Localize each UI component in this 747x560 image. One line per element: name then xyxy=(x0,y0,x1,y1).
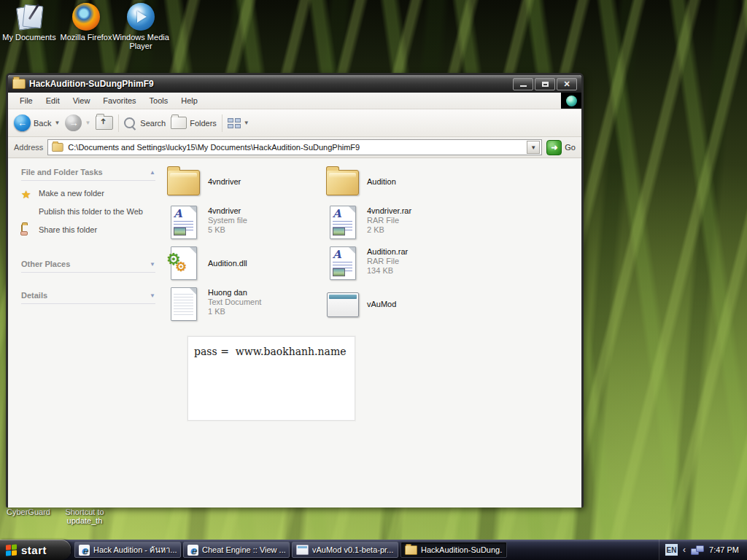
windows-logo-icon xyxy=(6,544,17,556)
file-type: System file xyxy=(208,216,247,225)
forward-button[interactable]: → ▼ xyxy=(65,114,90,131)
task-share-folder[interactable]: Share this folder xyxy=(21,225,144,237)
folder-icon xyxy=(405,545,417,555)
views-button[interactable]: ▼ xyxy=(228,118,249,128)
section-details[interactable]: Details ▼ xyxy=(21,291,155,300)
desktop-icon-cyberguard[interactable]: CyberGuard xyxy=(3,508,54,516)
desktop-icon-shortcut-update[interactable]: Shortcut to update_th xyxy=(55,508,114,525)
system-file-icon: A xyxy=(171,206,197,239)
password-note-box: pass = www.baokhanh.name xyxy=(187,336,355,421)
forward-arrow-icon: → xyxy=(65,114,82,131)
address-path: C:\Documents and Settings\lucky15\My Doc… xyxy=(68,143,523,152)
share-folder-icon xyxy=(21,225,23,235)
file-type: RAR File xyxy=(367,257,408,266)
desktop-icon-my-documents[interactable]: My Documents xyxy=(0,3,58,42)
file-tile-audition-folder[interactable]: Audition xyxy=(325,164,396,199)
menu-tools[interactable]: Tools xyxy=(144,94,174,107)
task-label: Cheat Engine :: View ... xyxy=(202,545,285,554)
address-folder-icon xyxy=(53,143,63,152)
explorer-window: HackAudition-SuDungPhimF9 ✕ File Edit Vi… xyxy=(6,73,584,508)
search-button[interactable]: Search xyxy=(124,117,166,128)
window-titlebar[interactable]: HackAudition-SuDungPhimF9 ✕ xyxy=(8,75,581,93)
windows-media-player-icon xyxy=(127,3,155,31)
back-label: Back xyxy=(34,119,51,128)
address-input[interactable]: C:\Documents and Settings\lucky15\My Doc… xyxy=(47,139,542,155)
separator xyxy=(21,180,155,181)
file-tile-4vndriver-sys[interactable]: A 4vndriver System file 5 KB xyxy=(166,205,247,240)
task-publish-web[interactable]: Publish this folder to the Web xyxy=(21,207,144,219)
folders-button[interactable]: Folders xyxy=(171,117,217,129)
menu-edit[interactable]: Edit xyxy=(40,94,66,107)
separator xyxy=(21,272,155,273)
tray-collapse-icon[interactable]: ‹ xyxy=(683,545,686,554)
file-tile-vaumod[interactable]: vAuMod xyxy=(325,287,396,322)
task-buttons: e Hack Audition - ค้นหา... e Cheat Engin… xyxy=(74,542,507,558)
desktop-icon-label: My Documents xyxy=(0,33,58,42)
taskbar-item-hackaudition-folder[interactable]: HackAudition-SuDung... xyxy=(400,542,507,558)
file-type: RAR File xyxy=(367,216,411,225)
search-icon xyxy=(124,117,135,128)
language-indicator[interactable]: EN xyxy=(665,544,678,556)
taskbar-item-vaumod[interactable]: vAuMod v0.1-beta-pr... xyxy=(292,542,398,558)
desktop-icon-firefox[interactable]: Mozilla Firefox xyxy=(57,3,115,42)
file-tile-audition-dll[interactable]: ⚙ ⚙ Audition.dll xyxy=(166,246,247,281)
new-folder-icon: ★ xyxy=(21,189,33,201)
file-name: 4vndriver xyxy=(208,177,241,187)
section-file-folder-tasks[interactable]: File and Folder Tasks ▲ xyxy=(21,168,155,176)
back-arrow-icon: ← xyxy=(14,114,31,131)
file-tile-4vndriver-rar[interactable]: A 4vndriver.rar RAR File 2 KB xyxy=(325,205,411,240)
file-name: vAuMod xyxy=(367,300,396,309)
views-icon xyxy=(228,118,241,128)
file-size: 1 KB xyxy=(208,307,261,316)
task-label: Share this folder xyxy=(39,225,97,236)
globe-icon xyxy=(566,96,577,106)
file-tile-audition-rar[interactable]: A Audition.rar RAR File 134 KB xyxy=(325,246,408,281)
address-label: Address xyxy=(14,143,43,152)
menu-file[interactable]: File xyxy=(14,94,39,107)
application-icon xyxy=(327,292,359,317)
chevron-up-icon[interactable]: ▲ xyxy=(150,169,155,176)
menu-view[interactable]: View xyxy=(67,94,96,107)
taskbar-item-hack-audition[interactable]: e Hack Audition - ค้นหา... xyxy=(74,542,181,558)
folder-icon xyxy=(167,170,200,195)
address-dropdown-button[interactable]: ▼ xyxy=(527,141,540,154)
file-size: 2 KB xyxy=(367,225,411,235)
file-size: 134 KB xyxy=(367,266,408,276)
chevron-down-icon[interactable]: ▼ xyxy=(150,292,155,299)
file-tile-huong-dan[interactable]: Huong dan Text Document 1 KB xyxy=(166,287,261,322)
file-name: Huong dan xyxy=(208,288,261,298)
toolbar-separator xyxy=(118,114,119,132)
search-label: Search xyxy=(140,119,166,128)
toolbar: ← Back ▼ → ▼ Search Folders ▼ xyxy=(8,109,581,137)
go-button[interactable]: ➜ Go xyxy=(546,140,576,155)
menu-help[interactable]: Help xyxy=(175,94,204,107)
clock[interactable]: 7:47 PM xyxy=(709,545,739,554)
text-document-icon xyxy=(171,287,197,321)
desktop-icon-wmp[interactable]: Windows Media Player xyxy=(112,3,170,50)
go-arrow-icon: ➜ xyxy=(546,140,562,155)
toolbar-separator xyxy=(222,114,222,132)
views-dropdown-icon: ▼ xyxy=(244,120,249,126)
file-tile-4vndriver-folder[interactable]: 4vndriver xyxy=(166,164,241,199)
file-name: 4vndriver.rar xyxy=(367,206,411,216)
file-name: Audition xyxy=(367,177,396,187)
network-icon[interactable] xyxy=(691,545,704,556)
task-make-new-folder[interactable]: ★ Make a new folder xyxy=(21,189,144,201)
taskbar: start e Hack Audition - ค้นหา... e Cheat… xyxy=(0,540,747,560)
back-button[interactable]: ← Back ▼ xyxy=(14,114,60,131)
file-name: Audition.rar xyxy=(367,247,408,257)
up-button[interactable] xyxy=(96,116,113,130)
rar-file-icon: A xyxy=(330,246,356,280)
task-label: HackAudition-SuDung... xyxy=(421,545,503,554)
back-dropdown-icon[interactable]: ▼ xyxy=(54,120,60,126)
maximize-button[interactable] xyxy=(535,78,555,90)
window-title: HackAudition-SuDungPhimF9 xyxy=(29,79,509,89)
close-button[interactable]: ✕ xyxy=(557,78,577,90)
chevron-down-icon[interactable]: ▼ xyxy=(150,261,155,268)
menu-favorites[interactable]: Favorites xyxy=(97,94,142,107)
taskbar-item-cheat-engine[interactable]: e Cheat Engine :: View ... xyxy=(183,542,290,558)
section-other-places[interactable]: Other Places ▼ xyxy=(21,260,155,268)
minimize-button[interactable] xyxy=(513,78,533,90)
minimize-icon xyxy=(520,85,527,87)
start-button[interactable]: start xyxy=(0,540,71,560)
